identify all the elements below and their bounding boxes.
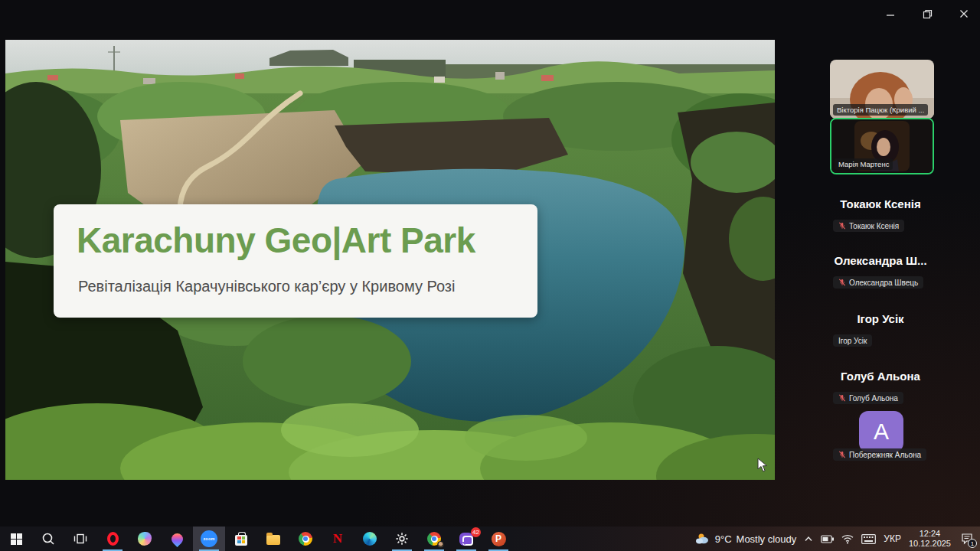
zoom-icon: zoom	[201, 530, 217, 547]
taskbar-paint-3d[interactable]	[161, 527, 193, 551]
viber-unread-badge: 42	[471, 527, 481, 537]
clock-date: 10.12.2025	[909, 539, 951, 549]
minimize-icon	[886, 9, 895, 18]
paint-drop-icon	[168, 530, 185, 546]
taskbar-netflix[interactable]: N	[322, 527, 354, 551]
slide-title: Karachuny Geo|Art Park	[77, 220, 475, 261]
participant-7-chip-text: Побережняк Альона	[849, 451, 921, 459]
taskbar-clock[interactable]: 12:24 10.12.2025	[909, 529, 951, 549]
participants-strip: Вікторія Пацюк (Кривий ... Марія Мартенс…	[781, 0, 980, 527]
powerpoint-icon: P	[492, 532, 506, 546]
chrome-icon	[299, 532, 312, 546]
video-tile-participant-2-active-speaker[interactable]: Марія Мартенс	[830, 118, 934, 174]
participant-7-avatar: A	[859, 411, 903, 452]
participant-3-display-name: Токаюк Ксенія	[781, 197, 980, 210]
slide-title-card: Karachuny Geo|Art Park Ревіталізація Кар…	[54, 204, 537, 318]
video-tile-participant-1[interactable]: Вікторія Пацюк (Кривий ...	[830, 60, 934, 119]
participant-6-name-chip: Голуб Альона	[833, 392, 903, 404]
weather-widget[interactable]: 9°C Mostly cloudy	[695, 533, 797, 545]
windows-taskbar: zoom N	[0, 527, 980, 551]
taskbar-opera[interactable]	[96, 527, 129, 551]
edge-icon	[363, 532, 377, 546]
gear-icon	[395, 532, 409, 546]
search-icon	[41, 532, 55, 546]
participant-4-display-name: Олександра Ш...	[781, 254, 980, 267]
language-indicator[interactable]: УКР	[884, 533, 901, 544]
weather-temperature: 9°C	[715, 533, 732, 545]
slide-subtitle: Ревіталізація Карачунівського кар’єру у …	[78, 278, 455, 295]
participant-5-chip-text: Ігор Усік	[838, 337, 867, 345]
participant-5-display-name: Ігор Усік	[781, 312, 980, 325]
participant-4-chip-text: Олександра Швець	[849, 279, 918, 287]
netflix-icon: N	[333, 531, 342, 546]
mouse-cursor	[757, 458, 768, 473]
start-button[interactable]	[0, 527, 32, 551]
muted-mic-icon	[838, 394, 846, 402]
participant-2-name-text: Марія Мартенс	[838, 160, 889, 168]
taskbar-file-explorer[interactable]	[257, 527, 289, 551]
muted-mic-icon	[838, 222, 846, 230]
tray-expand-chevron-icon[interactable]	[804, 536, 813, 542]
taskbar-zoom[interactable]: zoom	[193, 527, 225, 551]
action-center-button[interactable]: 1	[959, 530, 975, 547]
task-view-icon	[74, 533, 87, 545]
windows-logo-icon	[10, 533, 23, 546]
window-controls	[880, 6, 974, 21]
taskbar-search-button[interactable]	[32, 527, 64, 551]
taskbar-settings[interactable]	[386, 527, 418, 551]
battery-icon[interactable]	[821, 535, 834, 543]
system-tray: 9°C Mostly cloudy	[695, 527, 980, 551]
participant-5-name-chip: Ігор Усік	[833, 334, 872, 347]
participant-7-name-chip: Побережняк Альона	[833, 448, 926, 461]
shared-screen-slide: Karachuny Geo|Art Park Ревіталізація Кар…	[5, 40, 775, 480]
taskbar-powerpoint[interactable]: P	[482, 527, 514, 551]
clock-time: 12:24	[909, 529, 951, 539]
muted-mic-icon	[838, 279, 846, 286]
participant-1-name-text: Вікторія Пацюк (Кривий ...	[837, 106, 924, 114]
taskbar-viber[interactable]: 42	[450, 527, 482, 551]
copilot-icon	[138, 532, 152, 546]
close-button[interactable]	[954, 6, 974, 21]
minimize-button[interactable]	[880, 6, 900, 21]
close-icon	[959, 9, 969, 18]
taskbar-copilot[interactable]	[129, 527, 161, 551]
participant-2-name-label: Марія Мартенс	[835, 158, 893, 170]
participant-3-chip-text: Токаюк Ксенія	[849, 222, 899, 230]
participant-6-display-name: Голуб Альона	[781, 370, 980, 383]
taskbar-chrome-profile[interactable]	[418, 527, 450, 551]
weather-condition: Mostly cloudy	[737, 533, 797, 545]
restore-button[interactable]	[917, 6, 937, 21]
opera-icon	[107, 532, 119, 546]
restore-icon	[923, 9, 933, 19]
taskbar-edge[interactable]	[354, 527, 386, 551]
taskbar-chrome[interactable]	[289, 527, 322, 551]
wifi-icon[interactable]	[841, 534, 854, 544]
participant-1-name-label: Вікторія Пацюк (Кривий ...	[833, 104, 928, 116]
participant-3-name-chip: Токаюк Ксенія	[833, 220, 904, 232]
participant-4-name-chip: Олександра Швець	[833, 276, 923, 289]
microsoft-store-icon	[235, 535, 247, 546]
notification-count-badge: 1	[968, 539, 977, 548]
chrome-profile-avatar	[437, 541, 444, 548]
taskbar-microsoft-store[interactable]	[225, 527, 257, 551]
touch-keyboard-icon[interactable]	[861, 534, 876, 544]
participant-6-chip-text: Голуб Альона	[849, 394, 898, 403]
file-explorer-icon	[266, 535, 280, 545]
muted-mic-icon	[838, 451, 846, 458]
zoom-meeting-window: Karachuny Geo|Art Park Ревіталізація Кар…	[0, 0, 980, 551]
weather-cloud-icon	[695, 533, 710, 545]
task-view-button[interactable]	[64, 527, 96, 551]
